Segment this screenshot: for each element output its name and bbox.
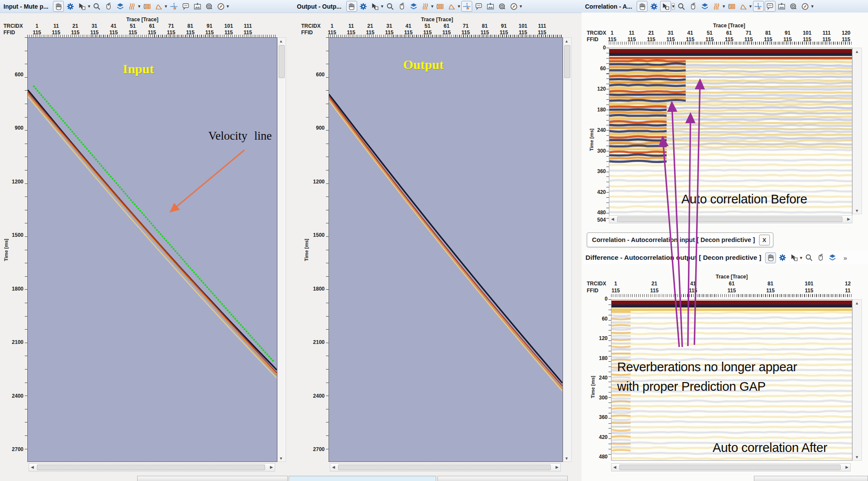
before-horizontal-scrollbar[interactable]: ◀ ▶ (609, 215, 852, 223)
output-vertical-scrollbar[interactable]: ▲ ▼ (563, 37, 572, 462)
tab-close-button[interactable]: X (759, 235, 770, 245)
settings-gear-icon[interactable] (777, 252, 788, 263)
histogram-curve-icon[interactable] (153, 1, 164, 12)
scroll-up-arrow[interactable]: ▲ (278, 38, 284, 44)
dropdown-caret-icon[interactable]: ▾ (227, 3, 229, 9)
comment-bubble-icon[interactable] (180, 1, 191, 12)
compass-icon[interactable] (215, 1, 226, 12)
wiggle-display-icon[interactable] (127, 1, 138, 12)
zoom-magnifier-icon[interactable] (804, 252, 815, 263)
scroll-right-arrow[interactable]: ▶ (844, 464, 850, 470)
dropdown-caret-icon[interactable]: ▾ (519, 3, 522, 9)
dropdown-caret-icon[interactable]: ▾ (811, 3, 814, 9)
mouse-pointer-icon[interactable] (688, 1, 699, 12)
zoom-magnifier-icon[interactable] (676, 1, 687, 12)
splitter-grip[interactable]: ······ (687, 245, 700, 249)
pan-hand-icon[interactable] (765, 252, 776, 263)
comment-bubble-icon[interactable] (765, 1, 776, 12)
scroll-right-arrow[interactable]: ▶ (268, 464, 275, 470)
layers-icon[interactable] (408, 1, 419, 12)
bottom-window-bar[interactable] (437, 476, 568, 481)
pan-hand-icon[interactable] (346, 1, 357, 12)
scrollbar-thumb[interactable] (338, 465, 551, 470)
compass-icon[interactable] (800, 1, 811, 12)
wiggle-display-icon[interactable] (711, 1, 722, 12)
dropdown-caret-icon[interactable]: ▾ (164, 3, 167, 9)
bottom-window-bar[interactable] (289, 476, 436, 481)
select-mode-icon[interactable] (76, 1, 87, 12)
after-vertical-scrollbar[interactable]: ▲ ▼ (852, 299, 862, 461)
scroll-up-arrow[interactable]: ▲ (563, 38, 570, 44)
tab-correlation-autocorrelation-input[interactable]: Correlation - Autocorrelation input [ De… (587, 232, 773, 247)
input-seismic-view[interactable] (27, 37, 277, 462)
settings-gear-icon[interactable] (65, 1, 76, 12)
select-mode-icon[interactable] (660, 1, 671, 12)
zoom-magnifier-icon[interactable] (92, 1, 102, 12)
scroll-down-arrow[interactable]: ▼ (854, 454, 860, 460)
histogram-curve-icon[interactable] (447, 1, 457, 12)
after-horizontal-scrollbar[interactable]: ◀ ▶ (611, 463, 851, 471)
label-ring-icon[interactable] (788, 1, 799, 12)
scrollbar-thumb[interactable] (617, 216, 842, 222)
scroll-down-arrow[interactable]: ▼ (563, 455, 570, 461)
dropdown-caret-icon[interactable]: ▾ (431, 3, 434, 9)
spreadsheet-grid-icon[interactable] (141, 1, 152, 12)
histogram-curve-icon[interactable] (738, 1, 749, 12)
label-ring-icon[interactable] (496, 1, 507, 12)
scroll-left-arrow[interactable]: ◀ (609, 216, 616, 222)
crosshair-pick-icon[interactable] (753, 1, 764, 12)
scroll-down-arrow[interactable]: ▼ (278, 455, 284, 461)
scroll-right-arrow[interactable]: ▶ (554, 464, 560, 470)
select-mode-icon[interactable] (370, 1, 381, 12)
image-export-icon[interactable] (192, 1, 203, 12)
wiggle-display-icon[interactable] (420, 1, 431, 12)
scroll-up-arrow[interactable]: ▲ (854, 48, 860, 55)
scrollbar-thumb[interactable] (279, 45, 285, 78)
scroll-left-arrow[interactable]: ◀ (612, 464, 618, 470)
output-horizontal-scrollbar[interactable]: ◀ ▶ (330, 463, 561, 471)
spreadsheet-grid-icon[interactable] (435, 1, 446, 12)
select-mode-icon[interactable] (789, 252, 799, 263)
scrollbar-thumb[interactable] (564, 45, 570, 78)
settings-gear-icon[interactable] (648, 1, 659, 12)
scroll-right-arrow[interactable]: ▶ (845, 216, 852, 222)
crosshair-pick-icon[interactable] (168, 1, 179, 12)
toolbar-overflow-chevrons[interactable]: » (844, 254, 847, 262)
dropdown-caret-icon[interactable]: ▾ (458, 3, 460, 9)
mouse-pointer-icon[interactable] (396, 1, 407, 12)
pan-hand-icon[interactable] (637, 1, 648, 12)
layers-icon[interactable] (827, 252, 838, 263)
layers-icon[interactable] (700, 1, 710, 12)
compass-icon[interactable] (508, 1, 519, 12)
scroll-left-arrow[interactable]: ◀ (330, 464, 337, 470)
input-vertical-scrollbar[interactable]: ▲ ▼ (277, 37, 286, 462)
image-export-icon[interactable] (776, 1, 787, 12)
dropdown-caret-icon[interactable]: ▾ (749, 3, 752, 9)
layers-icon[interactable] (115, 1, 126, 12)
dropdown-caret-icon[interactable]: ▾ (381, 3, 384, 9)
dropdown-caret-icon[interactable]: ▾ (723, 3, 725, 9)
before-vertical-scrollbar[interactable]: ▲ ▼ (852, 48, 862, 214)
bottom-window-bar[interactable] (754, 476, 868, 481)
dropdown-caret-icon[interactable]: ▾ (671, 3, 675, 10)
comment-bubble-icon[interactable] (473, 1, 484, 12)
image-export-icon[interactable] (485, 1, 496, 12)
bottom-window-bar[interactable] (137, 476, 288, 481)
spreadsheet-grid-icon[interactable] (726, 1, 737, 12)
scroll-left-arrow[interactable]: ◀ (29, 464, 36, 470)
settings-gear-icon[interactable] (358, 1, 369, 12)
label-ring-icon[interactable] (204, 1, 214, 12)
input-horizontal-scrollbar[interactable]: ◀ ▶ (29, 463, 275, 471)
zoom-magnifier-icon[interactable] (385, 1, 395, 12)
crosshair-pick-icon[interactable] (461, 1, 472, 12)
dropdown-caret-icon[interactable]: ▾ (88, 3, 90, 9)
scrollbar-thumb[interactable] (619, 465, 841, 470)
pan-hand-icon[interactable] (53, 1, 64, 12)
output-seismic-view[interactable] (329, 37, 563, 462)
mouse-pointer-icon[interactable] (815, 252, 826, 263)
scroll-down-arrow[interactable]: ▼ (854, 207, 860, 214)
scrollbar-thumb[interactable] (37, 465, 265, 470)
dropdown-caret-icon[interactable]: ▾ (138, 3, 141, 9)
dropdown-caret-icon[interactable]: ▾ (800, 255, 802, 261)
scroll-up-arrow[interactable]: ▲ (854, 300, 860, 306)
